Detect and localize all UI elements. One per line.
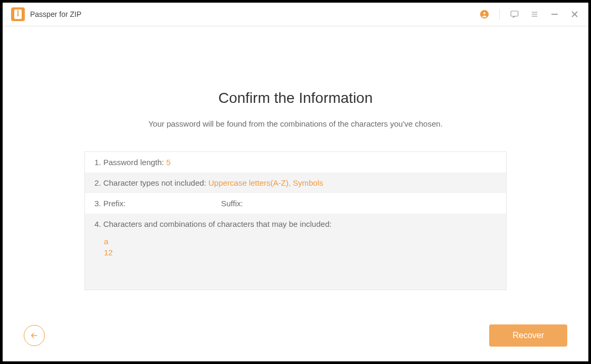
app-logo-icon xyxy=(11,7,25,21)
titlebar-divider xyxy=(499,9,500,20)
included-value-line: a xyxy=(104,236,497,247)
page-title: Confirm the Information xyxy=(24,90,567,107)
recover-button[interactable]: Recover xyxy=(489,324,567,347)
svg-rect-1 xyxy=(17,11,19,12)
info-label: 4. Characters and combinations of charac… xyxy=(94,219,497,228)
main-content: Confirm the Information Your password wi… xyxy=(3,26,588,361)
svg-rect-4 xyxy=(17,15,19,16)
titlebar: Passper for ZIP xyxy=(3,3,588,26)
suffix-label: Suffix: xyxy=(221,199,243,208)
prefix-label: 3. Prefix: xyxy=(94,199,126,208)
minimize-button[interactable] xyxy=(548,8,561,21)
info-row-included-chars: 4. Characters and combinations of charac… xyxy=(85,214,506,290)
app-window: Passper for ZIP xyxy=(3,3,588,361)
app-title: Passper for ZIP xyxy=(30,10,81,18)
info-row-excluded-types: 2. Character types not included: Upperca… xyxy=(85,173,506,193)
account-icon[interactable] xyxy=(478,8,491,21)
info-label: 2. Character types not included: xyxy=(94,178,208,187)
included-value-line: 12 xyxy=(104,247,497,258)
feedback-icon[interactable] xyxy=(508,8,521,21)
footer: Recover xyxy=(24,324,567,347)
svg-rect-7 xyxy=(511,11,518,16)
info-value: Uppercase letters(A-Z), Symbols xyxy=(208,178,323,187)
info-value: 5 xyxy=(166,158,170,167)
svg-rect-3 xyxy=(17,14,19,15)
confirmation-info-box: 1. Password length: 5 2. Character types… xyxy=(84,151,507,290)
menu-icon[interactable] xyxy=(528,8,541,21)
back-button[interactable] xyxy=(24,325,45,346)
svg-rect-2 xyxy=(17,12,19,13)
info-row-prefix-suffix: 3. Prefix: Suffix: xyxy=(85,193,506,214)
close-button[interactable] xyxy=(568,8,581,21)
info-label: 1. Password length: xyxy=(94,158,166,167)
info-row-password-length: 1. Password length: 5 xyxy=(85,152,506,173)
page-subtitle: Your password will be found from the com… xyxy=(24,119,567,128)
svg-point-6 xyxy=(483,12,485,14)
